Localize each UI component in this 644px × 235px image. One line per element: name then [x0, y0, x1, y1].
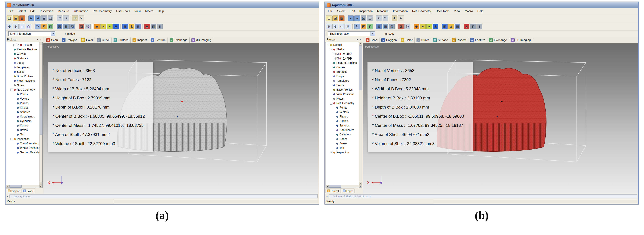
import-icon[interactable]: ► [28, 15, 34, 21]
tree-expander-icon[interactable]: + [333, 57, 336, 60]
measure-icon[interactable]: % [404, 24, 410, 29]
tree-item[interactable]: Coordinates [326, 128, 359, 132]
tree-item[interactable]: Curves [326, 65, 359, 70]
tree-item[interactable]: - Shells [326, 47, 359, 52]
point-mode-icon[interactable]: ▨ [389, 24, 395, 29]
zoom-window-icon[interactable]: ◎ [345, 24, 351, 29]
tree-vertical-scrollbar[interactable]: ▲ ▼ [359, 42, 362, 185]
title-bar[interactable]: rapidform2006 [325, 2, 638, 8]
close-output-icon[interactable]: × [326, 195, 328, 198]
shell-info-dropdown[interactable]: Shell Information ▼ [8, 31, 55, 36]
human-body-icon[interactable]: ♟ [129, 24, 134, 29]
command-output[interactable]: » Volume of Shell : 22.38321 mm3 [329, 194, 637, 198]
tree-item[interactable]: - Inspection [6, 137, 40, 141]
pin-panel-icon[interactable]: ▾ [357, 38, 358, 41]
tree-item[interactable]: Spheres [6, 110, 40, 114]
menu-item[interactable]: Information [71, 8, 90, 14]
tree-item[interactable]: Surfaces [326, 70, 359, 74]
scroll-thumb[interactable] [359, 46, 362, 90]
select-cursor-icon[interactable]: ➤ [78, 15, 84, 21]
tab-exchange[interactable]: ⇄ Exchange [487, 38, 509, 43]
close-panel-icon[interactable]: × [40, 38, 42, 41]
scroll-thumb[interactable] [40, 98, 42, 135]
tree-item[interactable]: Cones [326, 137, 359, 141]
tab-polygon[interactable]: ▲ Polygon [380, 38, 399, 43]
shell-display-icon[interactable]: ■ [144, 24, 150, 29]
sphere-icon[interactable]: ◉ [433, 24, 438, 29]
tree-item[interactable]: Notes [6, 83, 40, 88]
tree-item[interactable]: + ☐ 전-최종 [326, 56, 359, 61]
wireframe-mode-icon[interactable]: ▦ [63, 24, 69, 29]
tree-item[interactable]: Curves [6, 52, 40, 56]
snapshot-icon[interactable]: ▣ [361, 15, 366, 21]
clipping-icon[interactable]: ◪ [398, 24, 404, 29]
point-mode-icon[interactable]: ▨ [70, 24, 75, 29]
tree-item[interactable]: Solids [326, 83, 359, 88]
select-cursor-icon[interactable]: ➤ [398, 15, 404, 21]
clipping-icon[interactable]: ◪ [78, 24, 84, 29]
tree-expander-icon[interactable]: - [330, 48, 332, 51]
mouse-mode-icon[interactable]: ✚ [392, 15, 398, 21]
menu-item[interactable]: Macro [143, 8, 156, 14]
zoom-fit-icon[interactable]: ▭ [19, 24, 25, 29]
mouse-mode-icon[interactable]: ✚ [72, 15, 78, 21]
pin-panel-icon[interactable]: ▾ [37, 38, 38, 41]
zoom-in-icon[interactable]: ⊕ [6, 24, 12, 29]
toolbar-grip[interactable] [6, 32, 8, 36]
scroll-right-icon[interactable]: ► [359, 185, 362, 188]
redo-icon[interactable]: ↷ [382, 15, 388, 21]
tree-item[interactable]: Solids [6, 70, 40, 74]
viewport-3d[interactable]: X Perspective * No. of Vertices : 3653* … [363, 44, 638, 194]
toolbar-grip[interactable] [326, 32, 327, 36]
export-icon[interactable]: ◄ [35, 15, 40, 21]
tree-item[interactable]: - Ref. Geometry [326, 101, 359, 106]
tree-item[interactable]: Templates [326, 78, 359, 83]
tree-checkbox[interactable]: ☐ [336, 57, 339, 60]
tab-polygon[interactable]: ▲ Polygon [60, 38, 79, 43]
cad-model-icon[interactable]: ◧ [470, 24, 476, 29]
tree-item[interactable]: Base Profiles [6, 74, 40, 78]
tree-item[interactable]: Boxes [6, 128, 40, 132]
tab-3d-imaging[interactable]: ▣ 3D Imaging [509, 38, 533, 43]
open-file-icon[interactable]: ▣ [332, 15, 338, 21]
tree-expander-icon[interactable]: + [14, 44, 16, 46]
shaded-mode-icon[interactable]: ▩ [376, 24, 382, 29]
menu-item[interactable]: Information [391, 8, 410, 14]
tab-3d-imaging[interactable]: ▣ 3D Imaging [190, 38, 213, 43]
snapshot-icon[interactable]: ▣ [41, 15, 47, 21]
menu-item[interactable]: View [452, 8, 462, 14]
menu-item[interactable]: User Tools [114, 8, 132, 14]
view-plane-icon[interactable]: ◧ [48, 24, 53, 29]
scroll-up-icon[interactable]: ▲ [359, 42, 362, 45]
mesh-buildup-icon[interactable]: ▣ [122, 24, 128, 29]
tree-item[interactable]: Points [6, 92, 40, 96]
view-plane-icon[interactable]: ◧ [367, 24, 373, 29]
tree-item[interactable]: Feature Regions [6, 47, 40, 52]
viewport-3d[interactable]: X Perspective * No. of Vertices : 3563* … [44, 44, 319, 194]
human-body-icon[interactable]: ♟ [448, 24, 454, 29]
tab-scan[interactable]: ◉ Scan [364, 38, 380, 43]
tree-item[interactable]: Section Deviation [6, 150, 40, 155]
tree-item[interactable]: Circles [326, 119, 359, 123]
menu-item[interactable]: File [326, 8, 335, 14]
dropdown-arrow-icon[interactable]: ▼ [370, 32, 375, 36]
tree-item[interactable]: Cylinders [326, 132, 359, 137]
tab-feature[interactable]: ◆ Feature [468, 38, 487, 43]
tab-color[interactable]: ▦ Color [399, 38, 415, 43]
tree-vertical-scrollbar[interactable]: ▲ ▼ [40, 42, 42, 185]
tree-item[interactable]: + ☑ 전-최종 [6, 43, 40, 47]
menu-item[interactable]: File [6, 8, 15, 14]
tree-item[interactable]: Templates [6, 65, 40, 70]
zoom-out-icon[interactable]: ⊖ [13, 24, 18, 29]
open-file-icon[interactable]: ▣ [13, 15, 18, 21]
tree-item[interactable]: Planes [6, 101, 40, 106]
tree-item[interactable]: Planes [326, 114, 359, 119]
toolbar-end-icon[interactable]: ▮ [157, 24, 163, 29]
tree-item[interactable]: Feature Regions [326, 61, 359, 65]
tree-item[interactable]: View Positions [6, 78, 40, 83]
menu-item[interactable]: Ref. Geometry [90, 8, 114, 14]
command-output[interactable]: » DisplayShaded [10, 194, 318, 198]
menu-item[interactable]: Inspection [38, 8, 56, 14]
scroll-down-icon[interactable]: ▼ [359, 182, 362, 185]
tree-expander-icon[interactable]: + [333, 53, 336, 55]
